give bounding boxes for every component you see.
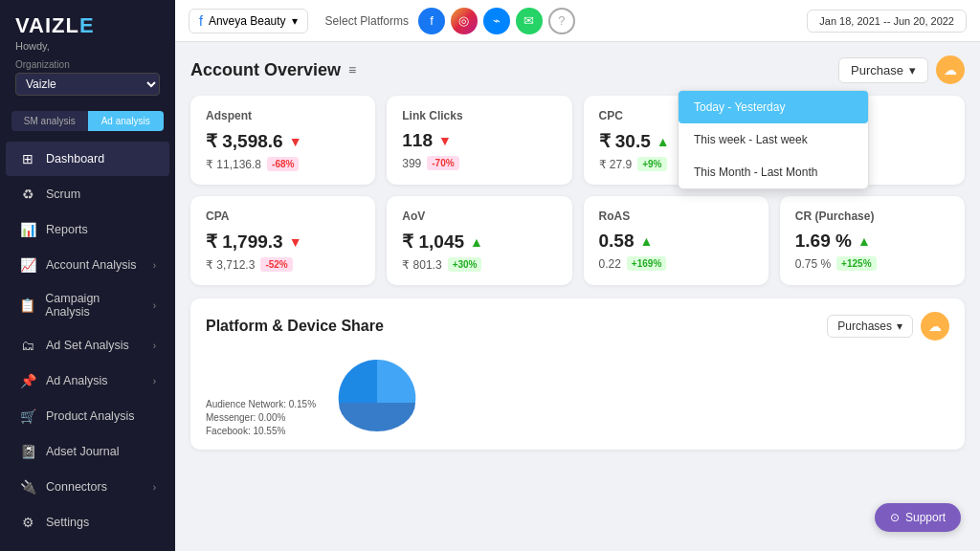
sidebar-item-adset-journal[interactable]: 📓 Adset Journal: [6, 434, 169, 469]
sidebar-item-label: Dashboard: [46, 152, 104, 165]
platform-device-section: Platform & Device Share Purchases ▾ ☁ Au…: [190, 298, 965, 450]
instagram-platform-btn[interactable]: ◎: [451, 8, 478, 34]
sidebar-item-label: Reports: [46, 223, 88, 236]
aov-badge: +30%: [448, 257, 482, 272]
account-select[interactable]: f Anveya Beauty ▾: [189, 9, 308, 33]
sidebar-item-connectors[interactable]: 🔌 Connectors ›: [6, 470, 169, 504]
sm-analysis-btn[interactable]: SM analysis: [11, 111, 88, 131]
cloud-download-icon[interactable]: ☁: [921, 312, 949, 341]
purchase-btn[interactable]: Purchase ▾: [838, 57, 928, 83]
roas-badge: +169%: [627, 256, 666, 271]
sidebar-item-reports[interactable]: 📊 Reports: [6, 212, 169, 247]
section-right: Today - Yesterday This week - Last week …: [838, 55, 965, 84]
adspent-value: ₹ 3,598.6: [206, 130, 283, 152]
sidebar-item-label: Ad Analysis: [46, 374, 108, 387]
facebook-icon: f: [199, 13, 203, 29]
sidebar-logo: VAIZLE Howdy, Organization Vaizle: [0, 0, 175, 101]
howdy-text: Howdy,: [15, 40, 160, 52]
sidebar: VAIZLE Howdy, Organization Vaizle SM ana…: [0, 0, 175, 551]
messenger-platform-btn[interactable]: ⌁: [483, 8, 510, 34]
dropdown-item-month[interactable]: This Month - Last Month: [679, 156, 868, 188]
whatsapp-platform-btn[interactable]: ✉: [516, 8, 543, 34]
dashboard-icon: ⊞: [19, 150, 36, 167]
purchases-label: Purchases: [837, 320, 892, 333]
roas-label: RoAS: [599, 209, 753, 223]
sidebar-item-adset-analysis[interactable]: 🗂 Ad Set Analysis ›: [6, 328, 169, 363]
account-overview-title: Account Overview: [190, 60, 341, 80]
metric-card-cpa: CPA ₹ 1,799.3 ▼ ₹ 3,712.3 -52%: [190, 196, 375, 285]
support-btn[interactable]: ⊙ Support: [875, 503, 961, 532]
date-dropdown-menu: Today - Yesterday This week - Last week …: [678, 90, 869, 189]
chevron-right-icon: ›: [153, 300, 156, 311]
account-analysis-icon: 📈: [19, 256, 36, 274]
sidebar-item-dashboard[interactable]: ⊞ Dashboard: [6, 142, 169, 176]
aov-value: ₹ 1,045: [402, 231, 464, 253]
dropdown-chevron-icon: ▾: [897, 320, 902, 333]
info-platform-btn[interactable]: ?: [548, 8, 575, 34]
sidebar-item-ad-analysis[interactable]: 📌 Ad Analysis ›: [6, 364, 169, 398]
cr-label: CR (Purchase): [795, 209, 949, 223]
link-clicks-label: Link Clicks: [402, 109, 556, 122]
adset-journal-icon: 📓: [19, 443, 36, 460]
cpa-value: ₹ 1,799.3: [206, 231, 283, 253]
platform-label: Select Platforms: [325, 14, 409, 28]
roas-prev: 0.22: [599, 257, 621, 271]
analysis-toggle: SM analysis Ad analysis: [11, 111, 164, 131]
adspent-badge: -68%: [267, 157, 299, 171]
trend-up-icon: ▲: [470, 234, 483, 250]
aov-label: AoV: [402, 209, 556, 223]
ad-analysis-icon: 📌: [19, 372, 36, 389]
account-name: Anveya Beauty: [209, 14, 286, 28]
platform-icons: f ◎ ⌁ ✉ ?: [418, 8, 575, 34]
facebook-platform-btn[interactable]: f: [418, 8, 445, 34]
trend-up-icon: ▲: [858, 233, 871, 249]
scrum-icon: ♻: [19, 186, 36, 203]
aov-prev: ₹ 801.3: [402, 258, 441, 272]
dropdown-item-week[interactable]: This week - Last week: [679, 123, 868, 156]
support-label: Support: [905, 511, 946, 524]
cr-badge: +125%: [836, 256, 876, 271]
sidebar-item-settings[interactable]: ⚙ Settings: [6, 505, 169, 540]
topbar: f Anveya Beauty ▾ Select Platforms f ◎ ⌁…: [175, 0, 980, 42]
adset-analysis-icon: 🗂: [19, 337, 36, 354]
settings-icon: ⚙: [19, 514, 36, 531]
link-clicks-badge: -70%: [427, 156, 458, 170]
sidebar-item-campaign-analysis[interactable]: 📋 Campaign Analysis ›: [6, 283, 169, 327]
chart-labels: Audience Network: 0.15% Messenger: 0.00%…: [206, 350, 316, 436]
account-overview-header: Account Overview ≡ Today - Yesterday Thi…: [190, 55, 965, 84]
cloud-icon[interactable]: ☁: [936, 55, 965, 84]
sidebar-item-product-analysis[interactable]: 🛒 Product Analysis: [6, 399, 169, 433]
campaign-analysis-icon: 📋: [19, 297, 35, 314]
chart-area: Audience Network: 0.15% Messenger: 0.00%…: [206, 350, 949, 436]
dropdown-item-today-yesterday[interactable]: Today - Yesterday: [679, 91, 868, 123]
link-clicks-prev: 399: [402, 157, 421, 170]
product-analysis-icon: 🛒: [19, 408, 36, 425]
chevron-right-icon: ›: [153, 341, 156, 351]
roas-value: 0.58: [599, 231, 635, 252]
cr-prev: 0.75 %: [795, 257, 831, 271]
sidebar-item-account-analysis[interactable]: 📈 Account Analysis ›: [6, 248, 169, 282]
cpa-badge: -52%: [260, 257, 292, 272]
pie-chart: [329, 350, 425, 436]
chevron-right-icon: ›: [153, 260, 156, 271]
link-clicks-value: 118: [402, 130, 433, 151]
cpc-prev: ₹ 27.9: [599, 158, 633, 171]
reports-icon: 📊: [19, 221, 36, 238]
trend-down-icon: ▼: [289, 134, 302, 149]
org-select[interactable]: Vaizle: [15, 73, 160, 96]
metric-card-cr-purchase: CR (Purchase) 1.69 % ▲ 0.75 % +125%: [780, 196, 965, 285]
cr-value: 1.69 %: [795, 231, 852, 252]
trend-down-icon: ▼: [289, 234, 302, 250]
sidebar-item-label: Scrum: [46, 187, 80, 201]
adspent-prev: ₹ 11,136.8: [206, 158, 261, 171]
ad-analysis-btn[interactable]: Ad analysis: [88, 111, 165, 131]
platform-purchases-btn[interactable]: Purchases ▾: [827, 315, 913, 338]
chart-label-1: Messenger: 0.00%: [206, 412, 316, 423]
metric-card-aov: AoV ₹ 1,045 ▲ ₹ 801.3 +30%: [387, 196, 571, 285]
sidebar-item-scrum[interactable]: ♻ Scrum: [6, 177, 169, 211]
cpa-label: CPA: [206, 209, 360, 223]
sidebar-item-label: Account Analysis: [46, 258, 137, 272]
dropdown-chevron-icon: ▾: [909, 63, 916, 77]
adspent-label: Adspent: [206, 109, 360, 122]
date-range-btn[interactable]: Jan 18, 2021 -- Jun 20, 2022: [807, 10, 967, 33]
